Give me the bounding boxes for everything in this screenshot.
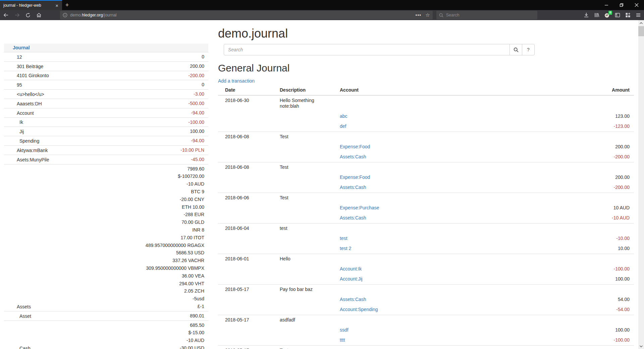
posting-row: Assets:Cash-200.00 — [218, 152, 634, 162]
register-table: Date Description Account Amount 2018-06-… — [218, 86, 634, 349]
sidebars-icon[interactable] — [613, 10, 622, 20]
apps-grid-icon[interactable] — [623, 10, 632, 20]
sidebar-account-link[interactable]: Asets:MunyPile — [17, 157, 49, 162]
transaction-date: 2018-05-17 — [218, 285, 277, 295]
sidebar-account-link[interactable]: Cash — [19, 346, 31, 349]
posting-row: Expense:Food200.00 — [218, 172, 634, 183]
posting-row: Assets:Cash-200.00 — [218, 183, 634, 193]
sidebar-journal-link[interactable]: Journal — [13, 45, 30, 50]
posting-row: test 210.00 — [218, 244, 634, 254]
home-icon[interactable] — [34, 10, 44, 20]
sidebar-account-link[interactable]: 95 — [17, 82, 22, 88]
add-transaction-link[interactable]: Add a transaction — [218, 78, 255, 84]
posting-row: Account:Jij100.00 — [218, 274, 634, 285]
page-actions-icon[interactable]: ••• — [416, 12, 422, 18]
page-scrollbar[interactable] — [638, 20, 644, 349]
posting-account-link[interactable]: Expense:Food — [340, 144, 370, 149]
posting-account-link[interactable]: Account:Spending — [340, 307, 378, 312]
back-icon[interactable] — [1, 10, 11, 20]
url-bar[interactable]: demo.hledger.org/journal ••• ☆ — [60, 11, 432, 19]
account-balance: -45.00 — [90, 156, 204, 163]
extension-badge: 0 — [608, 11, 612, 15]
bookmark-star-icon[interactable]: ☆ — [425, 12, 430, 18]
close-icon[interactable] — [629, 0, 644, 10]
posting-row: ssdf100.00 — [218, 325, 634, 335]
sidebar-account-link[interactable]: Asset — [19, 313, 31, 319]
transaction-description: test — [277, 223, 337, 234]
scroll-down-icon[interactable] — [638, 343, 644, 349]
transaction-row: 2018-06-06Test — [218, 193, 634, 203]
menu-icon[interactable] — [634, 10, 643, 20]
account-balance: -10.00 PLN — [90, 146, 204, 154]
library-icon[interactable] — [592, 10, 601, 20]
transaction-description: Test — [277, 346, 337, 349]
restore-icon[interactable] — [614, 0, 629, 10]
sidebar-account-link[interactable]: Assets — [17, 304, 31, 309]
url-domain: hledger.org — [82, 13, 103, 17]
posting-account-link[interactable]: test — [340, 236, 347, 241]
browser-search-bar[interactable]: Search — [436, 11, 537, 19]
browser-tab[interactable]: journal - hledger-web × — [0, 0, 62, 10]
account-balance: -5usd — [90, 295, 204, 303]
posting-account-link[interactable]: ssdf — [340, 327, 348, 333]
posting-amount: 200.00 — [584, 142, 634, 152]
download-icon[interactable] — [582, 10, 591, 20]
sidebar-account-row: Aaasets:DH-500.00 — [4, 99, 208, 108]
posting-account-link[interactable]: Expense:Food — [340, 174, 370, 180]
account-balance: -500.00 — [90, 100, 204, 107]
account-balance: BTC 9 — [90, 188, 204, 196]
reload-icon[interactable] — [23, 10, 33, 20]
url-subdomain: demo. — [70, 13, 82, 17]
account-balance: 0 — [90, 81, 204, 89]
transaction-date: 2018-06-06 — [218, 193, 277, 203]
posting-account-link[interactable]: Expense:Purchase — [340, 205, 379, 210]
transaction-row: 2018-06-30Hello Something note:blah — [218, 95, 634, 111]
minimize-icon[interactable] — [599, 0, 614, 10]
sidebar-account-link[interactable]: Spending — [19, 138, 39, 144]
sidebar-account-link[interactable]: Aktywa:mBank — [17, 148, 48, 153]
account-balance: 7989.60 — [90, 165, 204, 173]
journal-search-input[interactable] — [224, 44, 510, 55]
posting-row: Account:Ik-100.00 — [218, 264, 634, 274]
sidebar-account-link[interactable]: 12 — [17, 54, 22, 60]
sidebar-account-link[interactable]: Ik — [19, 119, 23, 125]
extension-icon[interactable]: 0 — [602, 10, 611, 20]
posting-account-link[interactable]: def — [340, 123, 346, 129]
main-panel: demo.journal ? General Journal Add a tra… — [218, 20, 634, 349]
posting-account-link[interactable]: Account:Ik — [340, 266, 362, 271]
posting-account-link[interactable]: test 2 — [340, 246, 351, 251]
sidebar-account-link[interactable]: 4101 Girokonto — [17, 73, 49, 78]
sidebar-account-link[interactable]: Jij — [19, 129, 24, 134]
posting-row: Assets:Cash-10 AUD — [218, 213, 634, 223]
sidebar-account-link[interactable]: <u>hello</u> — [17, 92, 44, 97]
posting-account-link[interactable]: tttt — [340, 337, 345, 343]
sidebar-account-row: Cash685.50$-15.00-10 AUD-30.00 USD — [4, 320, 208, 349]
new-tab-button[interactable]: + — [62, 0, 72, 10]
transaction-row: 2018-05-17asdfadf — [218, 315, 634, 326]
forward-icon[interactable] — [12, 10, 22, 20]
page-info-icon[interactable] — [63, 13, 67, 17]
account-balance: -3.00 — [90, 90, 204, 98]
posting-amount: 10 AUD — [584, 203, 634, 213]
posting-account-link[interactable]: abc — [340, 113, 347, 119]
posting-account-link[interactable]: Assets:Cash — [340, 185, 366, 190]
transaction-row: 2018-06-04test — [218, 223, 634, 234]
scroll-up-icon[interactable] — [638, 20, 644, 26]
posting-account-link[interactable]: Assets:Cash — [340, 154, 366, 159]
posting-account-link[interactable]: Assets:Cash — [340, 297, 366, 302]
sidebar-account-row: Ik-100.00 — [4, 117, 208, 127]
sidebar-account-link[interactable]: 301 Beiträge — [17, 64, 43, 69]
sidebar-account-link[interactable]: Aaasets:DH — [17, 101, 42, 106]
sidebar-account-row: Account-94.00 — [4, 108, 208, 117]
sidebar-account-link[interactable]: Account — [17, 110, 34, 116]
scrollbar-thumb[interactable] — [638, 26, 644, 36]
tab-close-icon[interactable]: × — [54, 3, 59, 8]
journal-search-button[interactable] — [509, 44, 522, 55]
search-help-button[interactable]: ? — [522, 44, 535, 55]
account-balance: 200.00 — [90, 62, 204, 70]
posting-row: def-123.00 — [218, 121, 634, 132]
account-balance: ETH 10.00 — [90, 203, 204, 211]
account-balance: 685.50 — [90, 321, 204, 329]
posting-account-link[interactable]: Assets:Cash — [340, 215, 366, 220]
posting-account-link[interactable]: Account:Jij — [340, 276, 363, 282]
